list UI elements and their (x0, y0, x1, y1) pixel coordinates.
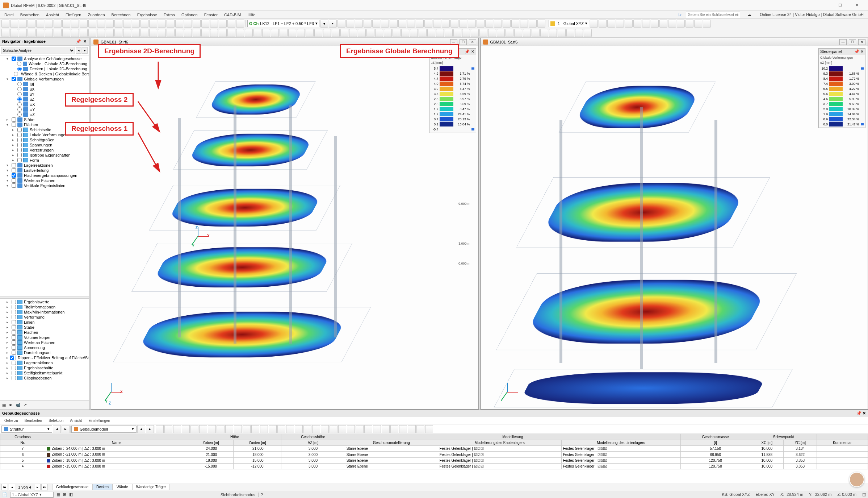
tree-item[interactable]: ▸Steifigkeitsmittelpunkt (0, 370, 89, 375)
toolbar2-btn-20[interactable] (175, 29, 183, 37)
col-header[interactable]: Zoben [m] (188, 440, 233, 446)
bp-tool-11[interactable] (251, 425, 259, 433)
toolbar2-btn-19[interactable] (167, 29, 175, 37)
col-header[interactable]: Modellierung des Linienlagers (561, 440, 680, 446)
toolbar2-btn-0[interactable] (1, 29, 9, 37)
toolbar-btn-b16[interactable] (477, 20, 485, 28)
bp-tool-18[interactable] (312, 425, 320, 433)
page-last[interactable]: ⏭ (41, 484, 48, 490)
toolbar2-btn-31[interactable] (271, 29, 279, 37)
tree-item[interactable]: ▸Volumenkörper (0, 335, 89, 340)
bp-tool-12[interactable] (260, 425, 268, 433)
bp-tool-7[interactable] (217, 425, 225, 433)
keyword-input[interactable] (686, 12, 740, 18)
toolbar2-btn-55[interactable] (479, 29, 487, 37)
tree-item[interactable]: ▸Max/Min-Informationen (0, 310, 89, 315)
toolbar-btn-2[interactable] (19, 20, 27, 28)
toolbar-btn-20[interactable] (175, 20, 183, 28)
filter-prev[interactable]: ◂ (76, 47, 81, 54)
tree-item[interactable]: |u| (0, 82, 89, 87)
toolbar2-btn-15[interactable] (132, 29, 140, 37)
view2-close[interactable]: ✕ (858, 39, 865, 45)
close-button[interactable]: ✕ (848, 1, 865, 10)
toolbar-btn-b22[interactable] (529, 20, 537, 28)
toolbar2-btn-37[interactable] (323, 29, 331, 37)
toolbar2-btn-58[interactable] (506, 29, 513, 37)
view2-canvas[interactable]: Steuerpanel📌 ✕ Globale Verformungen uZ [… (481, 46, 868, 409)
bp-tool-26[interactable] (382, 425, 390, 433)
toolbar-btn-c9[interactable] (668, 20, 676, 28)
bp-tool-30[interactable] (416, 425, 424, 433)
toolbar-btn-6[interactable] (54, 20, 62, 28)
tree-item[interactable]: ▸Flächen (0, 330, 89, 335)
tree-item[interactable]: ▸Ergebnisschnitte (0, 365, 89, 370)
toolbar-btn-1[interactable] (10, 20, 18, 28)
menu-hilfe[interactable]: Hilfe (244, 12, 258, 18)
toolbar-btn-c8[interactable] (659, 20, 667, 28)
bp-tool-4[interactable] (190, 425, 198, 433)
toolbar-btn-10[interactable] (88, 20, 96, 28)
toolbar-btn-5[interactable] (45, 20, 53, 28)
toolbar2-btn-26[interactable] (227, 29, 235, 37)
toolbar-btn-b6[interactable] (390, 20, 398, 28)
toolbar-btn-b4[interactable] (372, 20, 380, 28)
view2-minimize[interactable]: — (839, 39, 847, 45)
toolbar2-btn-43[interactable] (375, 29, 383, 37)
menu-zuordnen[interactable]: Zuordnen (85, 12, 108, 18)
toolbar2-btn-17[interactable] (149, 29, 157, 37)
toolbar2-btn-9[interactable] (80, 29, 88, 37)
filter-next[interactable]: ▸ (82, 47, 88, 54)
toolbar2-btn-56[interactable] (488, 29, 496, 37)
loadcase-combo[interactable]: G ChLK12 · LF1 + LF2 + 0.50 * LF3▾ (247, 20, 319, 27)
col-header[interactable]: ΔZ [m] (281, 440, 345, 446)
bp-tool-15[interactable] (286, 425, 294, 433)
toolbar-btn-b5[interactable] (381, 20, 389, 28)
tree-item[interactable]: Wände | Globale 3D-Berechnung (0, 61, 89, 66)
toolbar-btn-b20[interactable] (511, 20, 519, 28)
status-file-icon[interactable]: 📄 (2, 492, 7, 497)
bp-tool-9[interactable] (234, 425, 242, 433)
status-help-icon[interactable]: ? (258, 493, 263, 497)
bp-tool-31[interactable] (425, 425, 433, 433)
toolbar2-btn-12[interactable] (106, 29, 114, 37)
bp-tool-13[interactable] (269, 425, 277, 433)
table-row[interactable]: 5Zoben : -18.000 m | ΔZ : 3.000 m-18.000… (0, 457, 868, 463)
sp1-pin-icon[interactable]: 📌 (465, 49, 470, 54)
page-next[interactable]: ▸ (34, 484, 41, 490)
toolbar2-btn-34[interactable] (297, 29, 305, 37)
table-row[interactable]: 4Zoben : -15.000 m | ΔZ : 3.000 m-15.000… (0, 464, 868, 469)
tree-item[interactable]: ▸Form (0, 158, 89, 163)
toolbar-btn-b3[interactable] (364, 20, 372, 28)
view1-canvas[interactable]: X Y Z X Y Z 9.000 m 3.000 m 0.000 m Steu… (91, 46, 478, 409)
bp-menu-selection[interactable]: Selektion (46, 418, 66, 423)
toolbar2-btn-44[interactable] (384, 29, 392, 37)
toolbar2-btn-60[interactable] (523, 29, 531, 37)
tree-item[interactable]: ▾Vertikale Ergebnislinien (0, 183, 89, 188)
toolbar-btn-c11[interactable] (685, 20, 693, 28)
toolbar2-btn-66[interactable] (575, 29, 583, 37)
menu-bearbeiten[interactable]: Bearbeiten (17, 12, 42, 18)
sp1-close-icon[interactable]: ✕ (471, 49, 474, 54)
bp-tool-16[interactable] (295, 425, 303, 433)
bp-tool-1[interactable] (164, 425, 172, 433)
toolbar-btn-b18[interactable] (494, 20, 502, 28)
tree-item[interactable]: ▾Lastverteilung (0, 168, 89, 173)
tree-item[interactable]: ▸Darstellungsart (0, 350, 89, 355)
menu-einfuegen[interactable]: Einfügen (63, 12, 84, 18)
tree-item[interactable]: ▸Clippingebenen (0, 375, 89, 381)
bp-prev[interactable]: ◂ (53, 425, 61, 433)
bp-tool-23[interactable] (356, 425, 364, 433)
toolbar-btn-15[interactable] (132, 20, 140, 28)
tree-item[interactable]: ▾Lagerreaktionen (0, 163, 89, 168)
toolbar-btn-b9[interactable] (416, 20, 424, 28)
nav-eye-icon[interactable]: 👁 (9, 403, 13, 407)
view1-maximize[interactable]: ☐ (460, 39, 467, 45)
bp-tool-24[interactable] (364, 425, 372, 433)
toolbar2-btn-13[interactable] (114, 29, 122, 37)
col-header[interactable]: Geschossmodellierung (345, 440, 438, 446)
toolbar-btn-7[interactable] (62, 20, 70, 28)
status-cs-combo[interactable]: 1 - Global XYZ▾ (10, 492, 54, 498)
toolbar2-btn-24[interactable] (210, 29, 218, 37)
page-prev[interactable]: ◂ (9, 484, 15, 490)
tree-item[interactable]: ▸Verformung (0, 315, 89, 320)
